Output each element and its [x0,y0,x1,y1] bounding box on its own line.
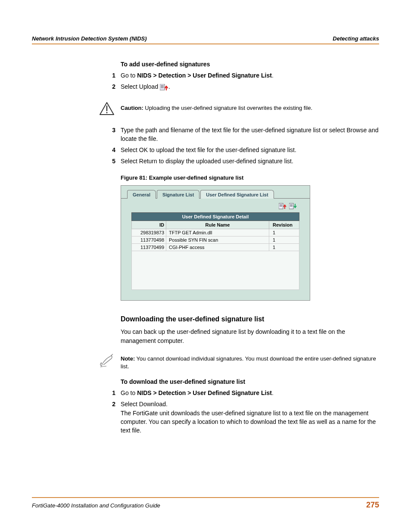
nav-path: NIDS > Detection > User Defined Signatur… [137,72,272,79]
toolbar [121,199,310,212]
page-header: Network Intrusion Detection System (NIDS… [32,35,379,42]
step-5: 5 Select Return to display the uploaded … [121,157,379,165]
note-body: You cannot download individual signature… [121,355,376,370]
step-1: 1 Go to NIDS > Detection > User Defined … [121,71,379,80]
body-paragraph: You can back up the user-defined signatu… [121,327,379,345]
figure-caption: Figure 81: Example user-defined signatur… [121,174,379,181]
step-detail: The FortiGate unit downloads the user-de… [121,409,379,435]
section-heading-download-steps: To download the user-defined signature l… [121,378,379,385]
header-left: Network Intrusion Detection System (NIDS… [32,35,147,42]
table-row: 113770498 Possible SYN FIN scan 1 [132,236,299,243]
section-heading-download: Downloading the user-defined signature l… [121,315,379,323]
upload-icon [160,84,168,91]
cell-name: Possible SYN FIN scan [166,236,269,243]
col-header-rulename: Rule Name [166,221,269,229]
cell-id: 113770499 [132,243,166,251]
signature-table-wrap: User Defined Signature Detail ID Rule Na… [121,212,310,290]
note-icon [97,353,116,368]
upload-signature-icon[interactable] [279,203,286,210]
cell-id: 113770498 [132,236,166,243]
step-number: 4 [106,146,121,154]
nav-path: NIDS > Detection > User Defined Signatur… [137,389,272,396]
tab-user-defined-signature-list[interactable]: User Defined Signature List [200,190,274,199]
page-footer: FortiGate-4000 Installation and Configur… [32,497,379,510]
caution-body: Uploading the user-defined signature lis… [143,105,312,111]
step-text-end: . [272,389,274,396]
step-number: 2 [106,400,121,435]
dl-step-1: 1 Go to NIDS > Detection > User Defined … [121,389,379,397]
table-title-row: User Defined Signature Detail [132,212,299,221]
step-number: 2 [106,82,121,91]
table-row: 113770499 CGI-PHF access 1 [132,243,299,251]
table-blank-area [131,251,299,290]
tabs-row: General Signature List User Defined Sign… [121,186,310,199]
step-4: 4 Select OK to upload the text file for … [121,146,379,154]
table-title: User Defined Signature Detail [132,212,299,221]
svg-point-6 [106,112,107,113]
step-number: 1 [106,389,121,397]
step-text-end: . [272,72,274,79]
col-header-revision: Revision [269,221,299,229]
step-text: Go to [121,72,137,79]
table-row: 298319873 TFTP GET Admin.dll 1 [132,229,299,236]
step-text: Select Download. [121,400,379,408]
step-body: Select Upload . [121,82,379,91]
step-body: Select Return to display the uploaded us… [121,157,379,165]
step-text-end: . [168,83,170,90]
step-body: Select Download. The FortiGate unit down… [121,400,379,435]
cell-rev: 1 [269,236,299,243]
step-body: Go to NIDS > Detection > User Defined Si… [121,71,379,80]
step-3: 3 Type the path and filename of the text… [121,126,379,143]
header-right: Detecting attacks [333,35,379,42]
step-number: 5 [106,157,121,165]
caution-block: Caution: Uploading the user-defined sign… [97,102,379,115]
signature-table: User Defined Signature Detail ID Rule Na… [131,212,299,251]
cell-rev: 1 [269,229,299,236]
step-body: Go to NIDS > Detection > User Defined Si… [121,389,379,397]
download-signature-icon[interactable] [289,203,297,210]
cell-id: 298319873 [132,229,166,236]
step-number: 1 [106,71,121,80]
cell-rev: 1 [269,243,299,251]
caution-text: Caution: Uploading the user-defined sign… [116,102,379,112]
cell-name: CGI-PHF access [166,243,269,251]
step-2: 2 Select Upload . [121,82,379,91]
col-header-id: ID [132,221,166,229]
figure-panel: General Signature List User Defined Sign… [121,185,310,301]
caution-label: Caution: [121,105,143,111]
tab-signature-list[interactable]: Signature List [157,190,199,199]
footer-title: FortiGate-4000 Installation and Configur… [32,502,160,509]
step-text: Select Upload [121,83,160,90]
step-body: Type the path and filename of the text f… [121,126,379,143]
step-body: Select OK to upload the text file for th… [121,146,379,154]
step-text: Go to [121,389,137,396]
cell-name: TFTP GET Admin.dll [166,229,269,236]
section-heading-add: To add user-defined signatures [121,61,379,68]
footer-inner: FortiGate-4000 Installation and Configur… [32,501,379,510]
note-label: Note: [121,355,135,362]
note-block: Note: You cannot download individual sig… [97,353,379,370]
note-text: Note: You cannot download individual sig… [116,353,379,370]
step-number: 3 [106,126,121,143]
header-rule [32,44,379,44]
main-content: To add user-defined signatures 1 Go to N… [121,61,379,435]
footer-rule [32,497,379,498]
dl-step-2: 2 Select Download. The FortiGate unit do… [121,400,379,435]
caution-icon [97,102,116,115]
tab-general[interactable]: General [127,190,156,199]
page-number: 275 [366,501,379,510]
table-header-row: ID Rule Name Revision [132,221,299,229]
